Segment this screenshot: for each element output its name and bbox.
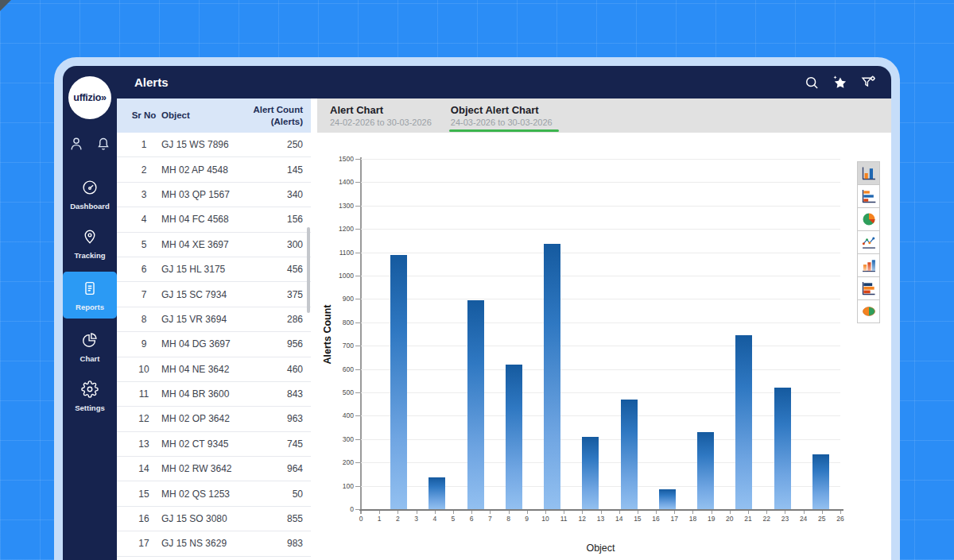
table-row[interactable]: 6GJ 15 HL 3175456 [117,257,311,282]
table-cell: MH 02 RW 3642 [161,463,239,474]
table-row[interactable]: 1GJ 15 WS 7896250 [117,133,311,157]
pie-chart-icon[interactable] [857,207,880,231]
table-cell: 145 [239,164,303,176]
sidebar-item-label: Reports [76,303,104,311]
chart-bar [467,300,484,509]
uffizio-logo[interactable]: uffizio» [68,76,111,119]
chart-bar [621,400,638,509]
table-cell: MH 04 BR 3600 [161,388,239,400]
bar-chart-icon[interactable] [857,184,880,208]
doughnut-chart-icon[interactable] [857,299,880,323]
gridline [361,253,840,253]
x-tick [379,511,380,514]
favorite-star-icon[interactable] [832,74,848,91]
tab-title: Alert Chart [330,104,432,116]
line-chart-icon[interactable] [857,230,880,254]
x-tick [840,511,841,514]
sidebar-item-tracking[interactable]: Tracking [63,222,117,265]
table-row[interactable]: 7GJ 15 SC 7934375 [117,282,311,307]
x-tick [804,511,805,514]
y-tick-label: 1200 [339,225,354,233]
tab-alert-chart[interactable]: Alert Chart 24-02-2026 to 30-03-2026 [328,98,443,133]
topbar: Alerts [117,66,891,98]
x-tick-label: 26 [836,515,843,523]
notification-bell-icon[interactable] [95,135,112,153]
x-tick [601,511,602,514]
table-row[interactable]: 13MH 02 CT 9345745 [117,432,311,457]
x-tick-label: 9 [525,515,529,523]
x-tick [582,511,583,514]
table-cell: MH 03 QP 1567 [161,189,239,200]
sidebar-item-settings[interactable]: Settings [63,375,117,417]
sidebar-item-chart[interactable]: Chart [63,326,117,368]
table-row[interactable]: 5MH 04 XE 3697300 [117,233,311,257]
table-row[interactable]: 8GJ 15 VR 3694286 [117,307,311,332]
gridline [361,392,840,393]
x-tick-label: 4 [432,515,436,523]
table-cell: 14 [126,463,161,474]
stacked-bar-chart-icon[interactable] [857,276,880,300]
column-chart-icon[interactable] [857,161,880,185]
x-tick-label: 25 [818,515,825,523]
filter-settings-icon[interactable] [860,74,877,91]
sidebar: uffizio» Dashboard [63,66,117,560]
tab-title: Object Alert Chart [451,104,553,116]
y-tick-label: 500 [343,388,354,396]
table-row[interactable]: 11MH 04 BR 3600843 [117,382,311,407]
y-tick-label: 0 [350,505,354,513]
gridline [361,159,840,160]
table-cell: 963 [239,413,303,424]
column-gradient-chart-icon[interactable] [857,253,880,277]
x-tick [674,511,675,514]
reports-icon [81,280,99,300]
y-tick [355,299,360,299]
bar-chart: Alerts Count 010020030040050060070080090… [317,133,891,560]
table-cell: MH 02 OP 3642 [161,413,239,424]
table-row[interactable]: 3MH 03 QP 1567340 [117,183,311,207]
table-cell: MH 04 FC 4568 [161,214,239,225]
chart-bar [390,255,407,509]
table-row[interactable]: 10MH 04 NE 3642460 [117,357,311,382]
sidebar-item-label: Settings [75,404,104,412]
gridline [361,462,840,463]
table-row[interactable]: 17GJ 15 NS 3629983 [117,531,311,556]
gridline [361,276,840,276]
user-icon[interactable] [68,135,85,153]
x-tick-label: 14 [615,515,622,523]
y-tick-label: 100 [343,482,354,490]
y-tick [355,229,360,230]
app-window: uffizio» Dashboard [54,57,900,560]
table-cell: 50 [239,489,303,500]
y-axis-line [360,157,362,514]
table-cell: 11 [126,388,161,400]
chart-bar [697,432,714,509]
table-cell: 375 [239,289,303,300]
table-row[interactable]: 14MH 02 RW 3642964 [117,457,311,481]
x-tick-label: 24 [800,515,807,523]
gridline [361,439,840,440]
page-title: Alerts [134,75,169,89]
settings-gear-icon [81,380,99,401]
search-icon[interactable] [804,75,820,91]
sidebar-item-reports[interactable]: Reports [63,272,117,319]
tab-object-alert-chart[interactable]: Object Alert Chart 24-03-2026 to 30-03-2… [449,98,564,133]
table-row[interactable]: 4MH 04 FC 4568156 [117,207,311,232]
table-cell: 250 [239,139,303,150]
table-cell: 964 [239,463,303,474]
chart-bar [544,244,560,509]
x-tick-label: 3 [414,515,418,523]
y-tick-label: 1300 [339,202,354,210]
chart-type-toolbar [857,161,880,323]
table-row[interactable]: 9MH 04 DG 3697956 [117,332,311,357]
table-row[interactable]: 16GJ 15 SO 3080855 [117,507,311,531]
table-row[interactable]: 12MH 02 OP 3642963 [117,407,311,431]
table-row[interactable]: 2MH 02 AP 4548145 [117,157,311,182]
gridline [361,206,840,207]
table-row[interactable]: 15MH 02 QS 125350 [117,481,311,506]
table-cell: MH 04 DG 3697 [161,338,239,350]
sidebar-item-dashboard[interactable]: Dashboard [63,173,117,215]
table-scrollbar-thumb[interactable] [307,227,310,313]
gridline [361,299,840,299]
table-cell: 5 [126,239,161,250]
chart-bar [812,454,829,509]
